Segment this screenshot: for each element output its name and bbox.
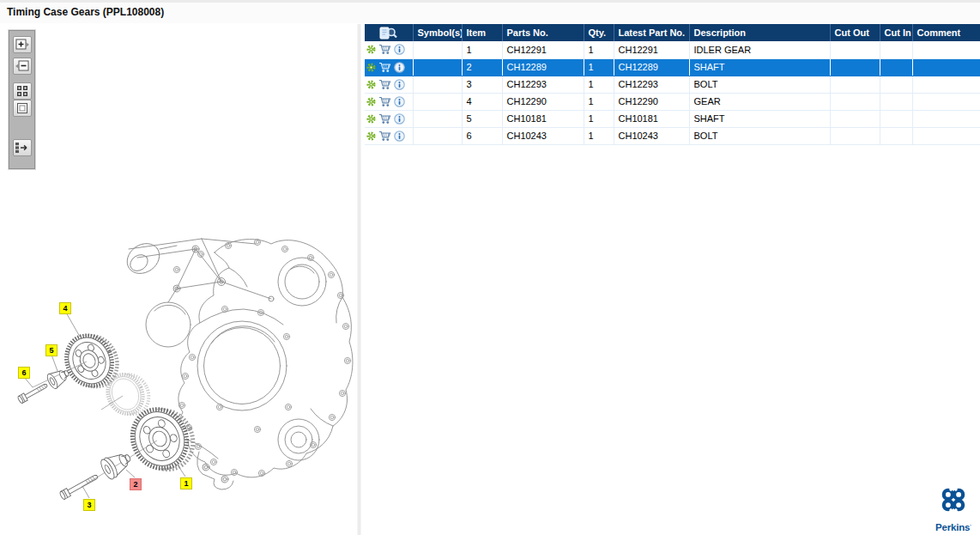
info-icon[interactable] — [394, 113, 405, 125]
cell-cut-out — [830, 93, 880, 110]
callout-5[interactable]: 5 — [45, 344, 57, 356]
toggle-parts-list-button[interactable] — [13, 139, 32, 156]
cell-qty: 1 — [584, 58, 614, 76]
cell-latest-part-no: CH12289 — [614, 58, 689, 76]
column-qty[interactable]: Qty. — [584, 24, 614, 41]
cell-description: SHAFT — [689, 110, 830, 127]
cell-symbols — [413, 110, 462, 127]
cell-item: 3 — [462, 76, 502, 93]
cart-icon[interactable] — [378, 96, 391, 107]
cell-symbols — [413, 76, 462, 93]
column-symbols[interactable]: Symbol(s) — [413, 24, 462, 41]
cell-parts-no: CH12289 — [502, 58, 584, 76]
table-row[interactable]: 6 CH10243 1 CH10243 BOLT — [365, 127, 980, 144]
tile-view-button[interactable] — [13, 82, 32, 100]
cell-comment — [912, 110, 980, 127]
fit-view-button[interactable] — [13, 100, 32, 117]
cart-icon[interactable] — [378, 131, 391, 142]
cell-description: SHAFT — [689, 58, 830, 76]
gear-icon[interactable] — [366, 80, 376, 89]
cell-cut-in — [880, 58, 912, 76]
bolt-6 — [17, 381, 49, 404]
row-actions-cell — [365, 58, 413, 76]
cell-cut-in — [880, 41, 912, 58]
page-title: Timing Case Gears (PPL108008) — [0, 3, 164, 22]
cell-comment — [912, 76, 980, 93]
info-icon[interactable] — [394, 79, 405, 90]
cart-icon[interactable] — [378, 113, 391, 125]
table-header-row: Symbol(s) Item Parts No. Qty. Latest Par… — [365, 24, 980, 41]
column-comment[interactable]: Comment — [912, 24, 980, 41]
bolt-3 — [59, 472, 100, 500]
cell-cut-out — [830, 41, 880, 58]
cell-item: 2 — [462, 58, 502, 76]
info-icon[interactable] — [394, 96, 405, 107]
cell-parts-no: CH12290 — [502, 93, 584, 110]
info-icon[interactable] — [394, 44, 405, 55]
callout-1[interactable]: 1 — [180, 477, 192, 489]
cell-symbols — [413, 58, 462, 76]
perkins-logo-text: Perkins· — [930, 520, 977, 532]
table-row[interactable]: 3 CH12293 1 CH12293 BOLT — [365, 76, 980, 93]
cell-qty: 1 — [584, 41, 614, 58]
column-parts-no[interactable]: Parts No. — [502, 24, 584, 41]
cell-qty: 1 — [584, 76, 614, 93]
parts-table-body: 1 CH12291 1 CH12291 IDLER GEAR — [365, 41, 980, 144]
cell-description: BOLT — [689, 76, 830, 93]
cell-parts-no: CH10243 — [502, 127, 584, 144]
cell-comment — [912, 58, 980, 76]
cell-latest-part-no: CH10181 — [614, 110, 689, 127]
cell-parts-no: CH12293 — [502, 76, 584, 93]
bushing-5 — [45, 366, 72, 391]
cell-comment — [912, 127, 980, 144]
panel-splitter[interactable] — [357, 24, 361, 535]
table-row[interactable]: 1 CH12291 1 CH12291 IDLER GEAR — [365, 41, 980, 58]
cart-icon[interactable] — [378, 44, 391, 55]
gear-icon[interactable] — [366, 63, 376, 72]
zoom-out-icon — [15, 59, 30, 73]
bushing-2 — [99, 447, 135, 481]
cell-latest-part-no: CH12290 — [614, 93, 689, 110]
title-bar: Timing Case Gears (PPL108008) — [0, 0, 980, 23]
cell-latest-part-no: CH12291 — [614, 41, 689, 58]
cell-comment — [912, 93, 980, 110]
zoom-out-button[interactable] — [13, 58, 32, 75]
column-cut-in[interactable]: Cut In — [880, 24, 912, 41]
column-cut-out[interactable]: Cut Out — [830, 24, 880, 41]
column-item[interactable]: Item — [462, 24, 502, 41]
row-actions-cell — [365, 110, 413, 127]
callout-6[interactable]: 6 — [18, 367, 30, 379]
info-icon[interactable] — [394, 62, 405, 73]
cell-item: 4 — [462, 93, 502, 110]
cell-qty: 1 — [584, 93, 614, 110]
illustration-panel: 123456 — [0, 24, 358, 535]
cell-symbols — [413, 127, 462, 144]
callout-4[interactable]: 4 — [59, 302, 71, 314]
cart-icon[interactable] — [378, 62, 391, 73]
cell-cut-out — [830, 110, 880, 127]
zoom-in-icon — [15, 38, 30, 52]
gear-icon[interactable] — [366, 114, 376, 124]
info-icon[interactable] — [394, 131, 405, 142]
column-latest-part-no[interactable]: Latest Part No. — [614, 24, 689, 41]
timing-case-illustration — [0, 24, 358, 535]
cell-item: 6 — [462, 127, 502, 144]
table-row[interactable]: 4 CH12290 1 CH12290 GEAR — [365, 93, 980, 110]
perkins-rings-icon — [937, 483, 970, 516]
callout-3[interactable]: 3 — [83, 499, 95, 511]
gear-icon[interactable] — [366, 45, 376, 54]
gear-icon[interactable] — [366, 97, 376, 106]
cart-icon[interactable] — [378, 79, 391, 90]
table-row[interactable]: 2 CH12289 1 CH12289 SHAFT — [365, 58, 980, 76]
tile-view-icon — [16, 85, 28, 97]
cell-parts-no: CH10181 — [502, 110, 584, 127]
table-row[interactable]: 5 CH10181 1 CH10181 SHAFT — [365, 110, 980, 127]
column-illustration[interactable] — [365, 24, 413, 41]
cell-latest-part-no: CH12293 — [614, 76, 689, 93]
cell-qty: 1 — [584, 127, 614, 144]
callout-2[interactable]: 2 — [130, 478, 142, 490]
gear-icon[interactable] — [366, 131, 376, 141]
zoom-in-button[interactable] — [13, 36, 32, 53]
toggle-parts-list-icon — [15, 142, 30, 154]
column-description[interactable]: Description — [689, 24, 830, 41]
